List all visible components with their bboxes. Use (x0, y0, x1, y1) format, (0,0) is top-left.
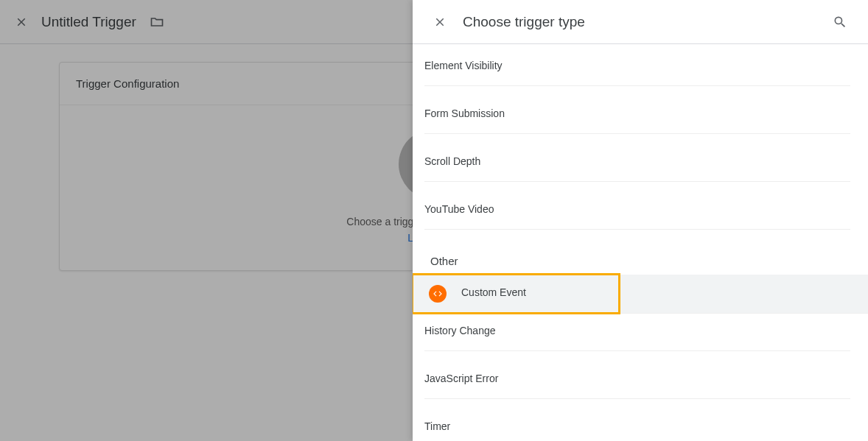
trigger-item-youtube-video[interactable]: YouTube Video (413, 192, 868, 240)
trigger-item-history-change[interactable]: History Change (413, 314, 868, 361)
section-other: Other (413, 240, 868, 275)
trigger-label: Form Submission (424, 107, 505, 119)
trigger-label: Timer (424, 420, 450, 432)
trigger-item-element-visibility[interactable]: Element Visibility (413, 49, 868, 96)
trigger-label: Scroll Depth (424, 155, 480, 167)
trigger-type-panel: Choose trigger type Element Visibility F… (413, 0, 868, 441)
trigger-label: JavaScript Error (424, 373, 498, 384)
close-icon[interactable] (433, 15, 447, 29)
trigger-item-custom-event[interactable]: Custom Event (413, 275, 619, 313)
code-icon (429, 285, 447, 303)
trigger-list-other: Custom Event History Change JavaScript E… (413, 275, 868, 441)
trigger-list-top: Element Visibility Form Submission Scrol… (413, 49, 868, 240)
trigger-item-timer[interactable]: Timer (413, 409, 868, 441)
trigger-item-javascript-error[interactable]: JavaScript Error (413, 361, 868, 409)
panel-title: Choose trigger type (463, 14, 816, 30)
trigger-label: YouTube Video (424, 203, 494, 215)
search-icon[interactable] (833, 15, 847, 29)
trigger-label: Custom Event (461, 286, 526, 298)
trigger-item-form-submission[interactable]: Form Submission (413, 96, 868, 144)
trigger-item-scroll-depth[interactable]: Scroll Depth (413, 144, 868, 192)
trigger-label: Element Visibility (424, 60, 503, 71)
trigger-label: History Change (424, 325, 496, 336)
